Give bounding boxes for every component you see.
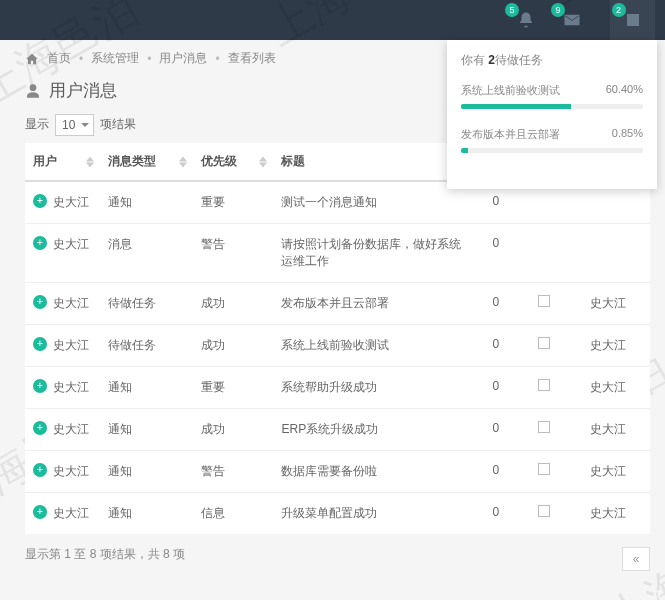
cell-title: 系统帮助升级成功	[273, 367, 472, 409]
cell-user: 史大江	[53, 421, 89, 438]
breadcrumb-sep: •	[147, 52, 151, 66]
th-type[interactable]: 消息类型	[100, 143, 193, 181]
cell-owner: 史大江	[582, 409, 650, 451]
row-checkbox[interactable]	[538, 295, 550, 307]
task-item[interactable]: 发布版本并且云部署 0.85%	[461, 127, 643, 153]
cell-num: 0	[472, 409, 507, 451]
row-checkbox[interactable]	[538, 505, 550, 517]
bell-badge: 5	[505, 3, 519, 17]
user-icon	[25, 83, 41, 99]
breadcrumb-list: 查看列表	[228, 50, 276, 67]
cell-title: 测试一个消息通知	[273, 181, 472, 224]
task-name: 系统上线前验收测试	[461, 83, 560, 98]
envelope-icon[interactable]: 9	[559, 7, 585, 33]
cell-type: 通知	[100, 493, 193, 535]
cell-priority: 重要	[193, 181, 274, 224]
row-checkbox[interactable]	[538, 379, 550, 391]
cell-user: 史大江	[53, 379, 89, 396]
expand-button[interactable]: +	[33, 236, 47, 250]
cell-title: ERP系统升级成功	[273, 409, 472, 451]
calendar-badge: 2	[612, 3, 626, 17]
row-checkbox[interactable]	[538, 463, 550, 475]
th-priority[interactable]: 优先级	[193, 143, 274, 181]
expand-button[interactable]: +	[33, 463, 47, 477]
cell-type: 通知	[100, 367, 193, 409]
table-row: +史大江待做任务成功发布版本并且云部署0史大江	[25, 283, 650, 325]
expand-button[interactable]: +	[33, 505, 47, 519]
envelope-badge: 9	[551, 3, 565, 17]
breadcrumb-sep: •	[215, 52, 219, 66]
cell-user: 史大江	[53, 236, 89, 253]
table-row: +史大江通知信息升级菜单配置成功0史大江	[25, 493, 650, 535]
cell-type: 待做任务	[100, 283, 193, 325]
cell-type: 消息	[100, 224, 193, 283]
cell-type: 通知	[100, 181, 193, 224]
table-row: +史大江消息警告请按照计划备份数据库，做好系统运维工作0	[25, 224, 650, 283]
page-title: 用户消息	[49, 79, 117, 102]
cell-type: 待做任务	[100, 325, 193, 367]
row-checkbox[interactable]	[538, 337, 550, 349]
expand-button[interactable]: +	[33, 295, 47, 309]
length-unit-label: 项结果	[100, 116, 136, 133]
cell-title: 数据库需要备份啦	[273, 451, 472, 493]
cell-title: 发布版本并且云部署	[273, 283, 472, 325]
cell-user: 史大江	[53, 194, 89, 211]
cell-type: 通知	[100, 409, 193, 451]
table-row: +史大江通知警告数据库需要备份啦0史大江	[25, 451, 650, 493]
topbar: 5 9 2	[0, 0, 665, 40]
cell-user: 史大江	[53, 295, 89, 312]
table-row: +史大江通知成功ERP系统升级成功0史大江	[25, 409, 650, 451]
expand-button[interactable]: +	[33, 421, 47, 435]
progress-bar	[461, 104, 643, 109]
th-title[interactable]: 标题	[273, 143, 472, 181]
messages-table: 用户 消息类型 优先级 标题 +史大江通知重要测试一个消息通知0+史大江消息警告…	[25, 143, 650, 534]
table-row: +史大江待做任务成功系统上线前验收测试0史大江	[25, 325, 650, 367]
task-pct: 60.40%	[606, 83, 643, 98]
cell-priority: 重要	[193, 367, 274, 409]
cell-owner: 史大江	[582, 367, 650, 409]
expand-button[interactable]: +	[33, 194, 47, 208]
breadcrumb-msg[interactable]: 用户消息	[159, 50, 207, 67]
cell-num: 0	[472, 493, 507, 535]
breadcrumb-sys[interactable]: 系统管理	[91, 50, 139, 67]
cell-priority: 成功	[193, 325, 274, 367]
calendar-icon[interactable]: 2	[610, 0, 655, 40]
length-select[interactable]: 10	[55, 114, 94, 136]
task-panel: 你有 2待做任务 系统上线前验收测试 60.40% 发布版本并且云部署 0.85…	[447, 40, 657, 189]
cell-owner: 史大江	[582, 451, 650, 493]
th-user[interactable]: 用户	[25, 143, 100, 181]
cell-priority: 警告	[193, 224, 274, 283]
cell-num: 0	[472, 224, 507, 283]
notification-bell-icon[interactable]: 5	[513, 7, 539, 33]
progress-bar	[461, 148, 643, 153]
length-show-label: 显示	[25, 116, 49, 133]
cell-owner: 史大江	[582, 493, 650, 535]
expand-button[interactable]: +	[33, 337, 47, 351]
table-row: +史大江通知重要系统帮助升级成功0史大江	[25, 367, 650, 409]
task-item[interactable]: 系统上线前验收测试 60.40%	[461, 83, 643, 109]
pager-prev-button[interactable]: «	[622, 547, 650, 571]
task-name: 发布版本并且云部署	[461, 127, 560, 142]
cell-title: 系统上线前验收测试	[273, 325, 472, 367]
cell-title: 请按照计划备份数据库，做好系统运维工作	[273, 224, 472, 283]
home-icon	[25, 52, 39, 66]
pager: «	[622, 547, 650, 571]
cell-priority: 信息	[193, 493, 274, 535]
cell-priority: 成功	[193, 409, 274, 451]
cell-title: 升级菜单配置成功	[273, 493, 472, 535]
cell-owner	[582, 224, 650, 283]
cell-priority: 警告	[193, 451, 274, 493]
cell-num: 0	[472, 367, 507, 409]
breadcrumb-sep: •	[79, 52, 83, 66]
cell-type: 通知	[100, 451, 193, 493]
row-checkbox[interactable]	[538, 421, 550, 433]
cell-user: 史大江	[53, 337, 89, 354]
table-info: 显示第 1 至 8 项结果，共 8 项	[25, 546, 650, 563]
expand-button[interactable]: +	[33, 379, 47, 393]
cell-num: 0	[472, 451, 507, 493]
cell-num: 0	[472, 283, 507, 325]
breadcrumb-home[interactable]: 首页	[47, 50, 71, 67]
cell-user: 史大江	[53, 505, 89, 522]
task-panel-header: 你有 2待做任务	[461, 52, 643, 69]
cell-owner: 史大江	[582, 283, 650, 325]
